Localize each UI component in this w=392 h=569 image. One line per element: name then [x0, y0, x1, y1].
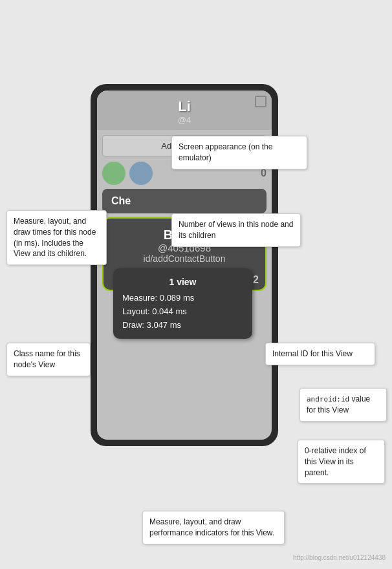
- tooltip-android-id: android:id value for this View: [299, 388, 387, 422]
- selected-item-title: Che: [111, 195, 257, 207]
- node-resource-id: id/addContactButton: [110, 253, 259, 264]
- tooltip-views-count: Number of views in this node and its chi…: [171, 213, 301, 247]
- tooltip-class-name: Class name for this node's View: [6, 343, 91, 376]
- app-title: Li: [107, 98, 261, 115]
- count-badge-0: 0: [261, 167, 267, 179]
- dark-tooltip-performance: 1 view Measure: 0.089 ms Layout: 0.044 m…: [113, 268, 252, 339]
- node-index: 2: [253, 274, 259, 286]
- app-header: Li @4: [97, 91, 272, 130]
- dt-measure: Measure: 0.089 ms: [122, 292, 243, 305]
- contact-avatar-1: [102, 162, 125, 185]
- watermark: http://blog.csdn.net/u012124438: [293, 554, 386, 561]
- selected-item: Che: [102, 189, 267, 213]
- app-subtitle: @4: [107, 115, 261, 125]
- tooltip-measure-layout-draw: Measure, layout, and draw times for this…: [6, 210, 107, 265]
- contact-avatar-2: [129, 162, 153, 185]
- android-id-label: android:id: [307, 395, 349, 403]
- dt-views-count: 1 view: [122, 275, 243, 289]
- tooltip-performance-indicators: Measure, layout, and draw performance in…: [142, 511, 285, 544]
- screen-icon: [255, 96, 267, 107]
- tooltip-internal-id: Internal ID for this View: [265, 343, 375, 365]
- dt-layout: Layout: 0.044 ms: [122, 305, 243, 319]
- tooltip-zero-relative: 0-relative index of this View in its par…: [298, 440, 385, 484]
- tooltip-screen-appearance: Screen appearance (on the emulator): [171, 136, 307, 169]
- dt-draw: Draw: 3.047 ms: [122, 319, 243, 332]
